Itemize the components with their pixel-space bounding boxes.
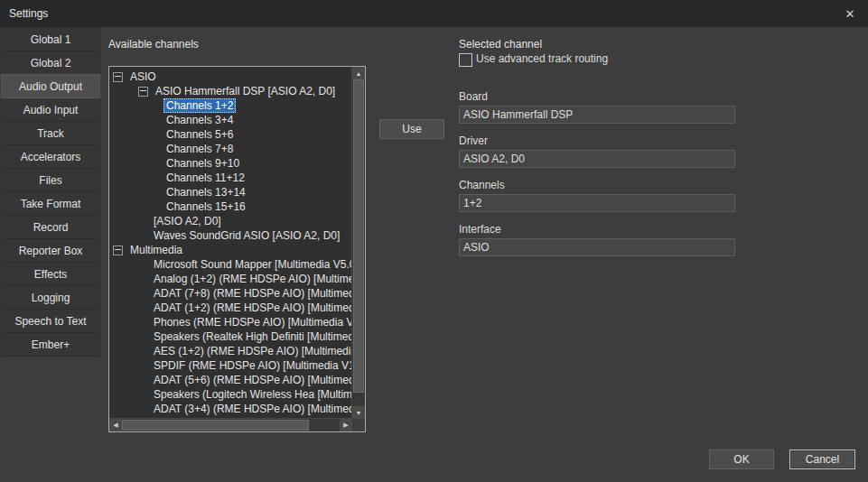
- tree-item-label: Channels 15+16: [163, 199, 248, 214]
- tree-item-label: Speakers (Logitech Wireless Hea [Multime…: [151, 387, 352, 402]
- tree-item-label: Microsoft Sound Mapper [Multimedia V5.0: [151, 257, 352, 272]
- tree-item[interactable]: Phones (RME HDSPe AIO) [Multimedia V10.: [109, 315, 352, 329]
- tree-item-label: Waves SoundGrid ASIO [ASIO A2, D0]: [151, 228, 342, 243]
- tree-item[interactable]: Channels 9+10: [109, 156, 352, 171]
- scroll-up-icon[interactable]: ▲: [352, 67, 365, 79]
- tree-item-label: Channels 11+12: [163, 171, 247, 185]
- tree-item[interactable]: Channels 7+8: [109, 142, 352, 156]
- tree-item[interactable]: [ASIO A2, D0]: [109, 214, 352, 228]
- board-label: Board: [459, 90, 488, 103]
- horizontal-scrollbar[interactable]: ◀ ▶: [109, 418, 352, 431]
- tree-item-label: Channels 1+2: [163, 98, 236, 113]
- tree-item[interactable]: Speakers (Realtek High Definiti [Multime…: [109, 329, 352, 344]
- collapse-icon[interactable]: [113, 246, 123, 255]
- tree-item-label: ADAT (3+4) (RME HDSPe AIO) [Multimedia: [151, 402, 352, 416]
- channels-field[interactable]: [459, 194, 735, 212]
- vertical-scroll-thumb[interactable]: [353, 79, 364, 393]
- use-button[interactable]: Use: [379, 119, 444, 139]
- collapse-icon[interactable]: [138, 87, 148, 97]
- tree-item-label: ADAT (1+2) (RME HDSPe AIO) [Multimedia V: [151, 301, 352, 315]
- interface-label: Interface: [459, 223, 501, 236]
- driver-field[interactable]: [459, 150, 735, 168]
- tree-item[interactable]: Waves SoundGrid ASIO [ASIO A2, D0]: [109, 228, 352, 243]
- sidebar-item-reporter-box[interactable]: Reporter Box: [1, 238, 100, 263]
- scrollbar-corner: [352, 419, 365, 431]
- channels-label: Channels: [459, 179, 505, 191]
- tree-item[interactable]: ADAT (7+8) (RME HDSPe AIO) [Multimedia V: [109, 286, 352, 301]
- tree-item[interactable]: Channels 3+4: [109, 113, 352, 127]
- settings-dialog: Settings ✕ Global 1 Global 2 Audio Outpu…: [0, 0, 868, 482]
- tree-item[interactable]: ASIO Hammerfall DSP [ASIO A2, D0]: [109, 84, 352, 98]
- tree-item[interactable]: Analog (1+2) (RME HDSPe AIO) [Multimedia: [109, 272, 352, 286]
- tree-item-label: Channels 13+14: [163, 185, 248, 199]
- tree-item[interactable]: ADAT (3+4) (RME HDSPe AIO) [Multimedia: [109, 402, 352, 416]
- available-channels-list: ASIO ASIO Hammerfall DSP [ASIO A2, D0] C…: [108, 66, 366, 432]
- tree-item-label: [ASIO A2, D0]: [151, 214, 224, 228]
- tree-item[interactable]: ADAT (1+2) (RME HDSPe AIO) [Multimedia V: [109, 301, 352, 315]
- sidebar-item-global-2[interactable]: Global 2: [1, 51, 100, 75]
- close-icon[interactable]: ✕: [836, 0, 863, 27]
- tree-item-label: Phones (RME HDSPe AIO) [Multimedia V10.: [151, 315, 352, 329]
- tree-item-label: ADAT (5+6) (RME HDSPe AIO) [Multimedia V: [151, 373, 352, 387]
- sidebar-item-take-format[interactable]: Take Format: [1, 191, 100, 216]
- sidebar-item-track[interactable]: Track: [1, 121, 100, 145]
- sidebar-item-accelerators[interactable]: Accelerators: [1, 144, 100, 169]
- sidebar-item-speech-to-text[interactable]: Speech to Text: [1, 309, 100, 333]
- sidebar: Global 1 Global 2 Audio Output Audio Inp…: [1, 28, 100, 357]
- cancel-button[interactable]: Cancel: [789, 450, 855, 469]
- tree-item-label: Channels 7+8: [163, 142, 236, 156]
- tree-item-label: ADAT (7+8) (RME HDSPe AIO) [Multimedia V: [151, 286, 352, 301]
- tree-item[interactable]: Channels 15+16: [109, 199, 352, 214]
- tree-item[interactable]: ADAT (5+6) (RME HDSPe AIO) [Multimedia V: [109, 373, 352, 387]
- advanced-routing-label: Use advanced track routing: [476, 53, 608, 65]
- tree-item[interactable]: ASIO: [109, 70, 352, 84]
- ok-button[interactable]: OK: [709, 450, 774, 469]
- board-field[interactable]: [459, 106, 735, 124]
- sidebar-item-global-1[interactable]: Global 1: [1, 27, 100, 51]
- tree-item[interactable]: AES (1+2) (RME HDSPe AIO) [Multimedia V1: [109, 344, 352, 358]
- tree-item-label: Channels 9+10: [163, 156, 242, 171]
- tree-item-channels-1-2[interactable]: Channels 1+2: [109, 98, 352, 113]
- sidebar-item-ember[interactable]: Ember+: [1, 332, 100, 357]
- driver-label: Driver: [459, 134, 488, 147]
- window-title: Settings: [0, 7, 48, 20]
- collapse-icon[interactable]: [113, 72, 123, 82]
- tree-item[interactable]: Channels 13+14: [109, 185, 352, 199]
- scroll-left-icon[interactable]: ◀: [109, 419, 122, 431]
- sidebar-item-audio-output[interactable]: Audio Output: [1, 74, 100, 98]
- tree-item-label: Multimedia: [127, 243, 185, 257]
- tree-item-label: AES (1+2) (RME HDSPe AIO) [Multimedia V1: [151, 344, 352, 358]
- title-bar[interactable]: Settings ✕: [0, 0, 868, 27]
- sidebar-item-effects[interactable]: Effects: [1, 262, 100, 286]
- tree-item[interactable]: Channels 5+6: [109, 127, 352, 142]
- tree-item-label: Analog (1+2) (RME HDSPe AIO) [Multimedia: [151, 272, 352, 286]
- vertical-scrollbar[interactable]: ▲ ▼: [351, 67, 365, 419]
- tree-item[interactable]: Multimedia: [109, 243, 352, 257]
- selected-channel-heading: Selected channel: [459, 38, 542, 51]
- tree-item-label: ASIO: [127, 70, 159, 84]
- tree-item[interactable]: Microsoft Sound Mapper [Multimedia V5.0: [109, 257, 352, 272]
- sidebar-item-audio-input[interactable]: Audio Input: [1, 97, 100, 122]
- tree-item-label: SPDIF (RME HDSPe AIO) [Multimedia V10.0]: [151, 358, 352, 373]
- tree-item-label: Channels 3+4: [163, 113, 236, 127]
- tree-item-label: ASIO Hammerfall DSP [ASIO A2, D0]: [153, 84, 338, 98]
- channel-tree: ASIO ASIO Hammerfall DSP [ASIO A2, D0] C…: [109, 67, 352, 419]
- tree-item-label: Channels 5+6: [163, 127, 236, 142]
- sidebar-item-logging[interactable]: Logging: [1, 285, 100, 310]
- sidebar-item-files[interactable]: Files: [1, 168, 100, 192]
- interface-field[interactable]: [459, 238, 735, 256]
- advanced-routing-checkbox[interactable]: [459, 53, 472, 67]
- horizontal-scroll-thumb[interactable]: [122, 420, 309, 431]
- tree-item[interactable]: SPDIF (RME HDSPe AIO) [Multimedia V10.0]: [109, 358, 352, 373]
- scroll-down-icon[interactable]: ▼: [352, 406, 365, 419]
- scroll-right-icon[interactable]: ▶: [340, 419, 352, 431]
- tree-item[interactable]: Channels 11+12: [109, 171, 352, 185]
- tree-item[interactable]: Speakers (Logitech Wireless Hea [Multime…: [109, 387, 352, 402]
- sidebar-item-record[interactable]: Record: [1, 215, 100, 239]
- available-channels-heading: Available channels: [108, 38, 199, 51]
- tree-item-label: Speakers (Realtek High Definiti [Multime…: [151, 329, 352, 344]
